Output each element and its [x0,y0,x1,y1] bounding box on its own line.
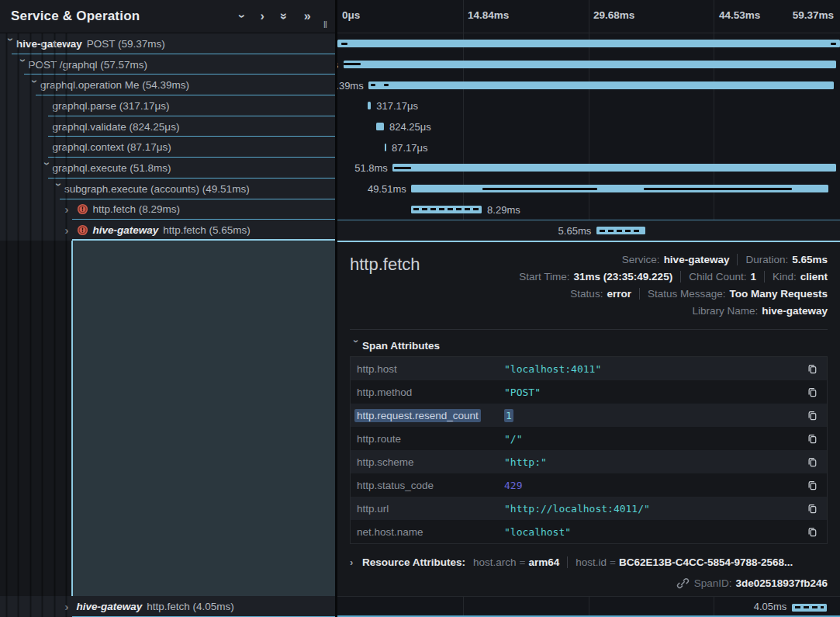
chevron-down-icon[interactable]: › [29,79,40,91]
chevron-right-icon[interactable]: › [65,601,77,612]
span-bar[interactable] [337,40,840,47]
meta-label: Kind: [773,271,797,283]
span-id-value: 3de02518937fb246 [735,577,828,589]
tree-row[interactable]: graphql.validate (824.25μs) [0,116,335,137]
span-bar[interactable] [376,123,384,130]
resource-attributes-values: host.arch=arm64host.id=BC62E13B-C4CC-585… [473,556,793,568]
attribute-row: http.host"localhost:4011" [351,357,827,380]
collapse-all-icon[interactable]: » [278,13,290,20]
span-attributes-section-header[interactable]: › Span Attributes [350,334,828,356]
self-time-mark [482,188,597,190]
self-time-mark [831,43,835,45]
tree-row[interactable]: ›graphql.execute (51.8ms) [0,158,335,179]
timeline-row: 4.05ms [337,596,840,617]
tree-row[interactable]: graphql.context (87.17μs) [0,137,335,158]
attribute-row: http.request.resend_count1 [351,404,827,427]
resource-divider [567,556,568,568]
attribute-value: 429 [504,480,522,491]
copy-icon[interactable] [805,501,819,515]
attribute-value: "http://localhost:4011/" [504,503,650,515]
span-bar[interactable] [368,81,834,89]
pane-resize-handle[interactable]: ‖ [322,19,329,33]
bar-duration-label: 54.39ms [337,79,364,91]
span-bar[interactable] [368,102,371,109]
link-icon[interactable] [676,577,690,590]
self-time-mark [394,167,411,169]
tree-row[interactable]: ›subgraph.execute (accounts) (49.51ms) [0,179,335,199]
resource-key: host.id [576,556,607,568]
self-time-mark [384,84,389,86]
chevron-down-icon[interactable]: › [17,59,28,71]
chevron-down-icon[interactable]: › [351,339,361,352]
bar-duration-label: 5.65ms [558,225,592,237]
attribute-value: "localhost:4011" [504,363,601,375]
meta-value: 31ms (23:35:49.225) [574,271,673,283]
equals-sign: = [607,556,619,568]
chevron-right-icon[interactable]: › [350,557,362,567]
resource-attributes-row[interactable]: › Resource Attributes: host.arch=arm64ho… [350,553,828,571]
copy-icon[interactable] [805,525,819,539]
span-name-duration: POST (59.37ms) [87,38,165,50]
copy-icon[interactable] [805,385,819,399]
self-time-mark [371,84,375,86]
self-time-mark [644,188,792,190]
span-bar[interactable] [385,144,386,151]
child-spans-mark [600,230,643,232]
meta-value: error [607,288,631,300]
span-name-duration: http.fetch (4.05ms) [147,601,234,612]
copy-icon[interactable] [805,362,819,376]
attribute-row: http.route"/" [351,427,827,450]
span-bar[interactable] [344,61,836,68]
expand-all-icon[interactable]: » [304,10,311,23]
tree-row[interactable]: ›hive-gatewayPOST (59.37ms) [0,33,335,54]
span-name-duration: graphql.validate (824.25μs) [53,121,180,133]
tree-row[interactable]: ›POST /graphql (57.57ms) [0,54,335,75]
copy-icon[interactable] [805,455,819,469]
tree-row[interactable]: ›hive-gatewayhttp.fetch (5.65ms) [0,220,335,241]
tree-row[interactable]: ›graphql.operation Me (54.39ms) [0,75,335,95]
chevron-right-icon[interactable]: › [65,204,77,215]
tree-row[interactable]: ›http.fetch (8.29ms) [0,199,335,220]
chevron-down-icon[interactable]: › [41,162,52,174]
span-details-header: http.fetch Service:hive-gatewayDuration:… [350,251,828,330]
axis-tick-label: 59.37ms [793,9,834,21]
tree-pane-header: Service & Operation › › » » ‖ [0,0,335,33]
copy-icon[interactable] [805,408,819,422]
timeline-row: 5.65ms [337,220,840,241]
timeline-row: 317.17μs [337,95,840,116]
span-meta: Service:hive-gatewayDuration:5.65msStart… [519,251,828,320]
meta-divider [764,271,765,283]
span-bar[interactable] [392,164,836,172]
span-title: http.fetch [350,255,420,275]
copy-icon[interactable] [805,478,819,492]
attribute-row: http.method"POST" [351,380,827,404]
error-icon [77,203,88,215]
chevron-down-icon[interactable]: › [5,38,16,50]
attribute-key: http.status_code [357,480,504,491]
span-tree-rows: ›hive-gatewayPOST (59.37ms)›POST /graphq… [0,33,335,241]
span-id-label: SpanID: [694,577,732,589]
copy-icon[interactable] [805,432,819,445]
timeline-rows: 57.57ms54.39ms317.17μs824.25μs87.17μs51.… [337,33,840,241]
span-id-row: SpanID: 3de02518937fb246 [350,574,828,592]
axis-tick-label: 0μs [342,9,360,21]
tree-row[interactable]: ›hive-gatewayhttp.fetch (4.05ms) [0,596,335,617]
chevron-right-icon[interactable]: › [65,225,77,236]
span-details-panel: http.fetch Service:hive-gatewayDuration:… [337,241,840,596]
tree-row[interactable]: graphql.parse (317.17μs) [0,95,335,116]
span-name-duration: graphql.parse (317.17μs) [53,100,170,112]
resource-attributes-title: Resource Attributes: [362,556,465,568]
timeline-row: 87.17μs [337,137,840,158]
chevron-down-icon[interactable]: › [54,183,64,195]
attribute-row: net.host.name"localhost" [351,520,827,543]
attribute-row: http.scheme"http:" [351,450,827,473]
collapse-one-icon[interactable]: › [236,14,248,18]
service-name: hive-gateway [16,38,82,50]
child-spans-mark [795,606,824,608]
axis-tick-label: 44.53ms [719,9,760,21]
attribute-value: "http:" [504,456,547,468]
service-name: hive-gateway [77,601,143,612]
bar-duration-label: 824.25μs [389,121,431,133]
expand-one-icon[interactable]: › [260,10,264,23]
meta-value: 5.65ms [792,254,828,265]
